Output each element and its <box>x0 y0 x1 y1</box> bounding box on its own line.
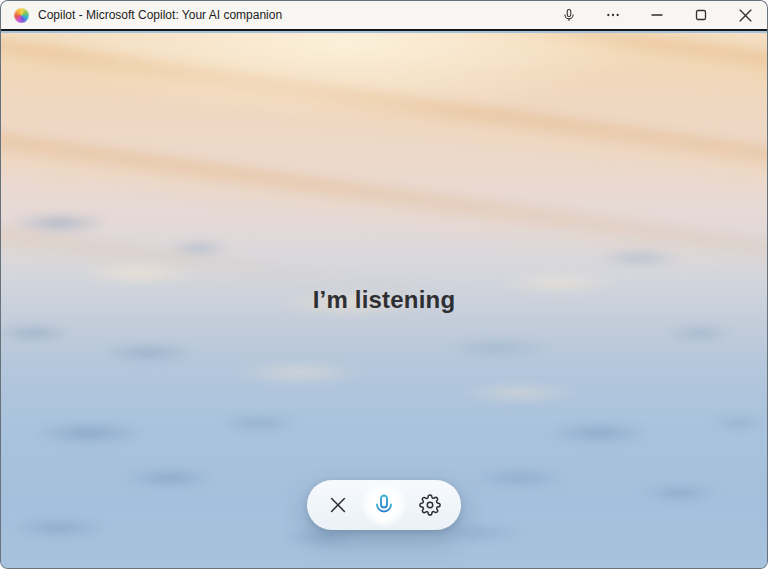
voice-mode-canvas: I’m listening <box>1 33 767 568</box>
mic-icon <box>562 8 576 22</box>
titlebar-mic-button[interactable] <box>547 1 591 29</box>
voice-control-pill <box>307 480 461 530</box>
voice-settings-button[interactable] <box>415 490 445 520</box>
copilot-window: Copilot - Microsoft Copilot: Your AI com… <box>0 0 768 569</box>
mic-icon <box>372 493 396 517</box>
copilot-logo-icon <box>14 8 29 23</box>
minimize-button[interactable] <box>635 1 679 29</box>
maximize-button[interactable] <box>679 1 723 29</box>
close-window-button[interactable] <box>723 1 767 29</box>
close-icon <box>739 9 752 22</box>
window-title: Copilot - Microsoft Copilot: Your AI com… <box>38 8 282 22</box>
gear-icon <box>419 494 441 516</box>
minimize-icon <box>651 9 663 21</box>
maximize-icon <box>695 9 707 21</box>
microphone-button[interactable] <box>361 482 407 528</box>
dismiss-voice-button[interactable] <box>323 490 353 520</box>
more-options-button[interactable] <box>591 1 635 29</box>
ellipsis-icon <box>605 7 621 23</box>
listening-status-text: I’m listening <box>313 285 456 313</box>
x-icon <box>327 494 349 516</box>
titlebar: Copilot - Microsoft Copilot: Your AI com… <box>1 1 767 31</box>
